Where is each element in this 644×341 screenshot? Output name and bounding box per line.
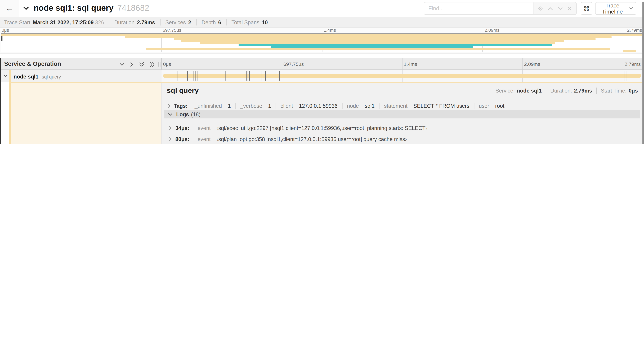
tags-items: _unfinished=1_verbose=1client=127.0.0.1:… <box>190 103 509 109</box>
timeline-tick-label: 0μs <box>2 28 9 33</box>
tags-row[interactable]: Tags: _unfinished=1_verbose=1client=127.… <box>166 101 638 110</box>
clear-find-icon[interactable] <box>567 6 572 11</box>
ruler-gridline <box>282 58 282 70</box>
find-next-icon[interactable] <box>558 7 562 10</box>
logs-section-header[interactable]: Logs (18) <box>164 110 640 118</box>
detail-row-left-background <box>11 83 161 144</box>
tag-item: client=127.0.0.1:59936 <box>276 103 342 109</box>
back-button[interactable]: ← <box>0 0 20 17</box>
view-options-dropdown[interactable]: Trace Timeline <box>595 2 636 15</box>
timeline-tick-label: 697.75μs <box>163 28 182 33</box>
tag-value: 1 <box>268 103 271 109</box>
window-left-edge <box>0 58 1 144</box>
summary-label: Total Spans <box>232 19 259 25</box>
summary-label: Services <box>165 19 186 25</box>
summary-suffix: .326 <box>94 19 104 25</box>
tags-label: Tags: <box>174 103 188 109</box>
minimap-canvas[interactable] <box>1 33 643 52</box>
timeline-tick-label: 1.4ms <box>324 28 336 33</box>
minimap-span <box>1 34 642 36</box>
locate-icon[interactable] <box>538 6 544 11</box>
log-marker <box>248 71 248 81</box>
log-marker <box>188 71 188 81</box>
tag-key: _verbose <box>240 103 262 109</box>
minimap-span <box>125 36 612 38</box>
meta-value: 0μs <box>628 88 638 94</box>
trace-timeline-page: ← node sql1: sql query7418682 <box>0 0 644 144</box>
detail-color-strip <box>9 83 11 144</box>
tag-value: 1 <box>228 103 231 109</box>
tag-key: node <box>347 103 359 109</box>
timeline-tick-label: 2.79ms <box>624 61 641 67</box>
log-marker <box>624 71 624 81</box>
keyboard-shortcuts-button[interactable]: ⌘ <box>581 2 592 15</box>
top-bar: ← node sql1: sql query7418682 <box>0 0 644 17</box>
meta-value: 2.79ms <box>574 88 592 94</box>
collapse-trace-icon[interactable] <box>23 6 29 11</box>
timeline-header-row: Service & Operation 0μs697.7 <box>0 58 644 70</box>
tree-controls <box>120 62 155 67</box>
log-marker <box>266 71 266 81</box>
log-entry[interactable]: 34μs: event = ‹sql/exec_util.go:2297 [ns… <box>164 123 640 134</box>
summary-item: Trace StartMarch 31 2022, 17:25:09.326 <box>4 19 110 25</box>
expand-one-icon[interactable] <box>130 62 134 67</box>
summary-item: Services2 <box>165 19 197 25</box>
minimap-span <box>146 48 610 50</box>
log-entry[interactable]: 80μs: event = ‹sql/plan_opt.go:358 [nsql… <box>164 134 640 144</box>
equals-sign: = <box>264 103 266 108</box>
timeline-minimap[interactable]: 0μs697.75μs1.4ms2.09ms2.79ms <box>0 28 644 53</box>
service-operation-title: Service & Operation <box>4 61 61 67</box>
equals-sign: = <box>360 103 363 108</box>
equals-sign: = <box>295 103 297 108</box>
log-marker <box>249 71 250 81</box>
tag-item: node=sql1 <box>342 103 380 109</box>
summary-item: Duration2.79ms <box>114 19 160 25</box>
tag-value: SELECT * FROM users <box>414 103 469 109</box>
expand-log-icon[interactable] <box>169 137 172 141</box>
log-marker-layer <box>163 70 641 82</box>
expand-tags-icon[interactable] <box>168 103 170 108</box>
logs-list: 34μs: event = ‹sql/exec_util.go:2297 [ns… <box>164 118 640 144</box>
detail-meta-item: Duration:2.79ms <box>546 88 596 94</box>
collapse-children-icon[interactable] <box>3 74 8 77</box>
log-marker <box>626 71 626 81</box>
collapse-one-icon[interactable] <box>120 63 124 66</box>
log-value: ‹sql/plan_opt.go:358 [nsql1,client=127.0… <box>216 136 407 142</box>
detail-meta-item: Service:node sql1 <box>491 88 546 94</box>
span-detail-meta: Service:node sql1Duration:2.79msStart Ti… <box>491 88 639 94</box>
span-row-name-cell[interactable]: node sql1sql query <box>0 70 161 82</box>
equals-sign: = <box>224 103 226 108</box>
operation-name: sql query <box>42 74 61 79</box>
chevron-down-icon <box>629 7 634 10</box>
log-field-name: event <box>198 136 210 142</box>
log-marker <box>246 71 246 81</box>
summary-label: Depth <box>202 19 216 25</box>
expand-all-icon[interactable] <box>150 62 155 67</box>
span-row-bar-cell[interactable] <box>161 70 643 82</box>
summary-value: 10 <box>262 19 268 25</box>
log-marker <box>169 71 169 81</box>
timeline-tick-label: 2.79ms <box>627 28 642 33</box>
summary-item: Depth6 <box>202 19 226 25</box>
page-title: node sql1: sql query7418682 <box>34 3 150 13</box>
find-prev-icon[interactable] <box>548 7 553 10</box>
service-name: node sql1 <box>14 74 38 80</box>
service-color-bar <box>9 70 11 82</box>
timeline-tick-label: 2.09ms <box>485 28 500 33</box>
expand-log-icon[interactable] <box>169 126 172 130</box>
find-input[interactable] <box>424 3 533 14</box>
column-resize-handle[interactable] <box>158 62 161 67</box>
log-timestamp: 80μs: <box>175 136 198 142</box>
collapse-logs-icon[interactable] <box>168 113 172 116</box>
collapse-all-icon[interactable] <box>139 62 144 67</box>
equals-sign: = <box>212 137 215 142</box>
minimap-span <box>270 46 473 48</box>
span-detail-panel: sql query Service:node sql1Duration:2.79… <box>161 83 643 144</box>
vertical-scrollbar[interactable] <box>642 2 644 144</box>
tag-value: 127.0.0.1:59936 <box>299 103 338 109</box>
ruler-gridline <box>522 58 523 70</box>
log-marker <box>196 71 196 81</box>
span-row: node sql1sql query <box>0 70 644 82</box>
trace-summary-bar: Trace StartMarch 31 2022, 17:25:09.326Du… <box>0 17 644 28</box>
log-marker <box>242 71 242 81</box>
